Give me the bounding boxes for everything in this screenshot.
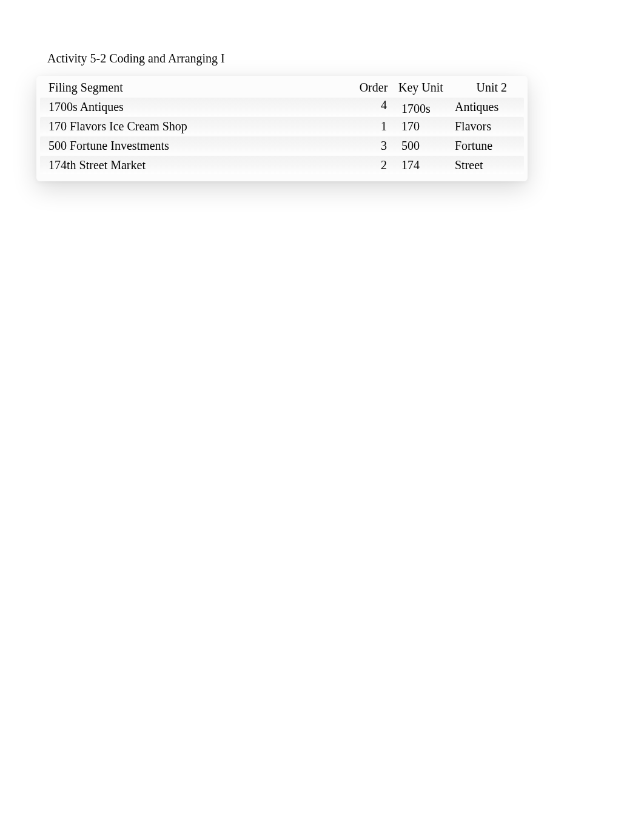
cell-unit2: Fortune (450, 139, 515, 153)
cell-order: 3 (355, 139, 392, 153)
cell-filing-segment: 1700s Antiques (40, 100, 355, 114)
cell-unit2: Flavors (450, 119, 515, 133)
header-order: Order (355, 81, 392, 95)
table-row: 1700s Antiques 4 1700s Antiques (40, 98, 524, 116)
cell-order: 1 (355, 119, 392, 133)
cell-filing-segment: 174th Street Market (40, 158, 355, 172)
cell-filing-segment: 170 Flavors Ice Cream Shop (40, 119, 355, 133)
table-row: 500 Fortune Investments 3 500 Fortune (40, 136, 524, 155)
cell-unit2: Antiques (450, 100, 515, 114)
cell-filing-segment: 500 Fortune Investments (40, 139, 355, 153)
table-row: 174th Street Market 2 174 Street (40, 156, 524, 174)
activity-title: Activity 5-2 Coding and Arranging I (47, 52, 225, 65)
header-key-unit: Key Unit (392, 81, 450, 95)
header-filing-segment: Filing Segment (40, 81, 355, 95)
table-row: 170 Flavors Ice Cream Shop 1 170 Flavors (40, 117, 524, 135)
cell-order: 2 (355, 158, 392, 172)
filing-table: Filing Segment Order Key Unit Unit 2 170… (36, 76, 528, 181)
cell-order: 4 (355, 98, 392, 112)
cell-key-unit: 174 (392, 158, 450, 172)
cell-key-unit: 170 (392, 119, 450, 133)
header-unit2: Unit 2 (450, 81, 515, 95)
cell-key-unit: 500 (392, 139, 450, 153)
table-header-row: Filing Segment Order Key Unit Unit 2 (40, 78, 524, 96)
cell-unit2: Street (450, 158, 515, 172)
cell-key-unit: 1700s (392, 102, 450, 116)
